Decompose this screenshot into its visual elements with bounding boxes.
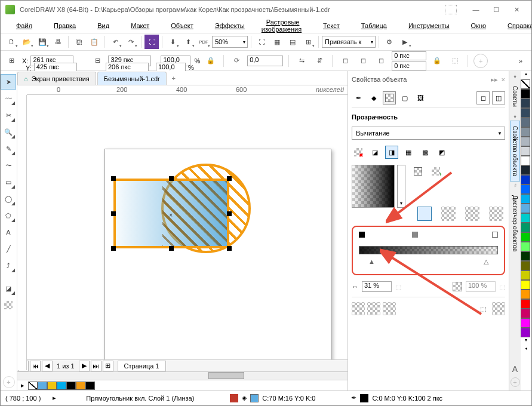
no-transparency-button[interactable]: ✖ (352, 146, 365, 159)
mirror-h-button[interactable]: ⇋ (294, 54, 309, 68)
freehand-tool[interactable]: ✎ (1, 141, 16, 156)
menu-edit[interactable]: Правка (44, 21, 85, 30)
toolbox-add-button[interactable]: + (3, 376, 15, 388)
palette-color[interactable] (521, 328, 530, 337)
palette-color[interactable] (521, 299, 530, 309)
object-manager-tab[interactable]: Диспетчер объектов (510, 190, 520, 257)
fill-diamond-icon[interactable]: ◈ (242, 394, 247, 402)
reverse-icon[interactable]: ↔ (352, 283, 358, 290)
palette-no-color[interactable] (521, 79, 530, 89)
save-button[interactable]: 💾 (35, 35, 50, 49)
menu-text[interactable]: Текст (313, 21, 349, 30)
gradient-stop-end[interactable] (492, 232, 498, 238)
palette-color[interactable] (521, 99, 530, 108)
selection-handle[interactable] (227, 211, 232, 216)
menu-object[interactable]: Объект (161, 21, 202, 30)
scroll-thumb[interactable] (208, 372, 244, 379)
palette-color[interactable] (521, 194, 530, 204)
drawing-canvas[interactable]: × (27, 95, 348, 359)
node-color-swatch[interactable] (453, 282, 462, 291)
selection-handle[interactable] (111, 211, 116, 216)
relative-corner-button[interactable]: ⬚ (448, 54, 462, 68)
launch-button[interactable]: ▶ (398, 35, 412, 49)
rectangular-gradient-button[interactable] (489, 207, 503, 221)
copy-button[interactable]: ⿻ (72, 35, 86, 49)
ellipse-tool[interactable]: ◯ (1, 191, 16, 207)
pdf-button[interactable]: PDF (196, 35, 211, 49)
apply-both-button[interactable] (383, 302, 396, 315)
merge-mode-select[interactable]: Вычитание (352, 127, 505, 140)
paste-button[interactable]: 📋 (87, 35, 102, 49)
outline-color-swatch[interactable] (360, 394, 368, 402)
guides-button[interactable]: ▤ (285, 35, 300, 49)
selection-handle[interactable] (111, 246, 116, 251)
docker-expand-icon[interactable]: ♦ (513, 73, 516, 79)
palette-color[interactable] (521, 89, 530, 99)
panel-undock-icon[interactable]: ▸▸ (491, 76, 498, 84)
document-tab[interactable]: Безымянный-1.cdr (97, 72, 167, 85)
copy-transparency-button[interactable] (492, 302, 505, 315)
hints-tab[interactable]: Советы (510, 81, 520, 112)
next-page-button[interactable]: ▶ (79, 361, 90, 371)
color-swatch[interactable] (38, 382, 47, 390)
selection-handle[interactable] (227, 176, 232, 181)
redo-button[interactable]: ↷ (124, 35, 138, 49)
crop-tool[interactable]: ✂ (1, 107, 16, 123)
horizontal-ruler[interactable]: 0 200 400 600 пикселей (27, 85, 348, 95)
user-icon[interactable] (445, 5, 457, 14)
zoom-select[interactable]: 50% (212, 36, 248, 48)
outline-tab[interactable]: ✒ (352, 91, 365, 104)
shape-tool[interactable]: 〰 (1, 91, 16, 106)
parallel-dim-tool[interactable]: ╱ (1, 241, 16, 257)
menu-view[interactable]: Вид (88, 21, 119, 30)
first-page-button[interactable]: ⏮ (30, 361, 41, 371)
palette-color[interactable] (521, 261, 530, 270)
freeze-button[interactable]: ⬚ (476, 302, 490, 315)
docker-obj-icon[interactable]: ♦ (513, 113, 516, 119)
artistic-media-tool[interactable]: 〜 (1, 158, 16, 173)
grid-button[interactable]: ▦ (270, 35, 284, 49)
corner-y-input[interactable]: 0 пкс (392, 61, 426, 70)
palette-menu-button[interactable]: ◂ (521, 346, 531, 354)
welcome-tab[interactable]: ⌂ Экран приветствия (17, 72, 96, 85)
last-page-button[interactable]: ⏭ (91, 361, 102, 371)
menu-window[interactable]: Окно (462, 21, 496, 30)
maximize-button[interactable]: ☐ (486, 2, 506, 17)
menu-help[interactable]: Справка (498, 21, 532, 30)
more-button[interactable]: » (513, 54, 528, 68)
transparency-tool[interactable] (1, 297, 16, 313)
undo-button[interactable]: ↶ (108, 35, 122, 49)
close-button[interactable]: ✕ (506, 2, 527, 17)
palette-color[interactable] (521, 204, 530, 213)
rectangle-object[interactable]: × (113, 179, 229, 248)
menu-layout[interactable]: Макет (121, 21, 159, 30)
pattern-transparency-button[interactable]: ▦ (402, 146, 415, 159)
export-button[interactable]: ⬆ (181, 35, 195, 49)
mode-1-button[interactable]: ◻ (476, 91, 490, 104)
search-button[interactable]: ⛶ (144, 35, 159, 49)
minimize-button[interactable]: — (466, 2, 486, 17)
menu-tools[interactable]: Инструменты (399, 21, 459, 30)
zoom-tool[interactable]: 🔍 (1, 124, 16, 140)
rectangle-tool[interactable]: ▭ (1, 174, 16, 190)
apply-fill-button[interactable] (352, 302, 365, 315)
palette-up-button[interactable]: ▴ (521, 71, 531, 79)
vertical-ruler[interactable] (17, 95, 27, 370)
color-swatch[interactable] (85, 382, 95, 390)
panel-close-icon[interactable]: × (502, 76, 505, 84)
drop-shadow-tool[interactable]: ◪ (1, 281, 16, 296)
gradient-stop-start[interactable] (359, 232, 365, 238)
palette-color[interactable] (521, 309, 530, 318)
print-button[interactable]: 🖶 (51, 35, 65, 49)
gradient-picker-dropdown[interactable]: ▾ (397, 165, 405, 208)
pick-tool[interactable]: ➤ (1, 74, 16, 90)
palette-color[interactable] (521, 108, 530, 118)
palette-color[interactable] (521, 232, 530, 242)
text-tool[interactable]: A (1, 224, 16, 240)
mirror-v-button[interactable]: ⇵ (312, 54, 327, 68)
color-swatch[interactable] (76, 382, 85, 390)
linear-gradient-button[interactable] (417, 207, 432, 221)
horizontal-scrollbar[interactable] (17, 371, 348, 380)
gradient-track[interactable] (359, 246, 498, 254)
corner-1-button[interactable]: ◻ (338, 54, 352, 68)
